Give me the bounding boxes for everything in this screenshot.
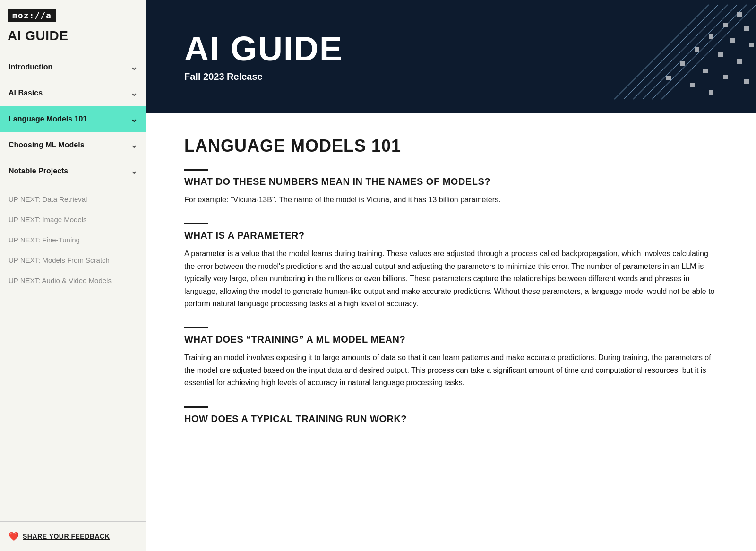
up-next-item-data-retrieval[interactable]: UP NEXT: Data Retrieval <box>0 189 146 209</box>
up-next-item-fine-tuning[interactable]: UP NEXT: Fine-Tuning <box>0 230 146 250</box>
chevron-down-icon: ⌄ <box>130 62 137 72</box>
sidebar-item-introduction[interactable]: Introduction⌄ <box>0 54 146 80</box>
nav-item-label: Choosing ML Models <box>9 141 85 149</box>
subsection-typical-training-run: HOW DOES A TYPICAL TRAINING RUN WORK? <box>184 406 718 424</box>
nav-item-label: Language Models 101 <box>9 115 87 123</box>
subsection-divider <box>184 169 208 171</box>
subsection-heading: WHAT DOES “TRAINING” A ML MODEL MEAN? <box>184 334 718 345</box>
subsection-body: For example: "Vicuna-13B". The name of t… <box>184 194 718 206</box>
sidebar-header: moz://a AI GUIDE <box>0 0 146 54</box>
sidebar-item-notable-projects[interactable]: Notable Projects⌄ <box>0 158 146 184</box>
svg-rect-7 <box>723 23 728 27</box>
sidebar-nav: Introduction⌄AI Basics⌄Language Models 1… <box>0 54 146 184</box>
svg-rect-18 <box>744 79 749 84</box>
chevron-down-icon: ⌄ <box>130 88 137 98</box>
subsection-divider <box>184 406 208 408</box>
feedback-section: ❤️ SHARE YOUR FEEDBACK <box>0 521 146 551</box>
svg-rect-19 <box>690 83 695 87</box>
sidebar-title: AI GUIDE <box>8 27 138 49</box>
subsection-numbers-in-names: WHAT DO THESE NUMBERS MEAN IN THE NAMES … <box>184 169 718 206</box>
main-content: AI GUIDE Fall 2023 Release <box>146 0 756 551</box>
hero-title: AI GUIDE <box>184 32 728 66</box>
chevron-down-icon: ⌄ <box>130 140 137 150</box>
nav-item-label: Introduction <box>9 63 52 71</box>
chevron-down-icon: ⌄ <box>130 166 137 176</box>
subsection-heading: HOW DOES A TYPICAL TRAINING RUN WORK? <box>184 413 718 424</box>
nav-item-label: Notable Projects <box>9 167 68 175</box>
sidebar-item-choosing-ml-models[interactable]: Choosing ML Models⌄ <box>0 132 146 158</box>
chevron-down-icon: ⌄ <box>130 114 137 124</box>
section-title: LANGUAGE MODELS 101 <box>184 136 718 156</box>
subsections-container: WHAT DO THESE NUMBERS MEAN IN THE NAMES … <box>184 169 718 424</box>
up-next-item-image-models[interactable]: UP NEXT: Image Models <box>0 209 146 230</box>
feedback-link[interactable]: SHARE YOUR FEEDBACK <box>23 533 110 540</box>
subsection-divider <box>184 223 208 224</box>
svg-rect-10 <box>730 38 735 43</box>
up-next-list: UP NEXT: Data RetrievalUP NEXT: Image Mo… <box>0 184 146 291</box>
up-next-item-audio-video-models[interactable]: UP NEXT: Audio & Video Models <box>0 270 146 291</box>
content-area: LANGUAGE MODELS 101 WHAT DO THESE NUMBER… <box>146 113 756 551</box>
subsection-what-is-training: WHAT DOES “TRAINING” A ML MODEL MEAN? Tr… <box>184 327 718 389</box>
sidebar-item-language-models-101[interactable]: Language Models 101⌄ <box>0 106 146 132</box>
subsection-heading: WHAT DO THESE NUMBERS MEAN IN THE NAMES … <box>184 176 718 187</box>
heart-icon: ❤️ <box>9 531 19 542</box>
hero-banner: AI GUIDE Fall 2023 Release <box>146 0 756 113</box>
subsection-body: A parameter is a value that the model le… <box>184 248 718 310</box>
up-next-item-models-from-scratch[interactable]: UP NEXT: Models From Scratch <box>0 250 146 270</box>
sidebar-item-ai-basics[interactable]: AI Basics⌄ <box>0 80 146 106</box>
subsection-body: Training an model involves exposing it t… <box>184 352 718 389</box>
svg-rect-8 <box>744 26 749 31</box>
sidebar: moz://a AI GUIDE Introduction⌄AI Basics⌄… <box>0 0 146 551</box>
subsection-heading: WHAT IS A PARAMETER? <box>184 230 718 241</box>
subsection-what-is-parameter: WHAT IS A PARAMETER? A parameter is a va… <box>184 223 718 310</box>
subsection-divider <box>184 327 208 328</box>
svg-rect-20 <box>709 90 713 95</box>
svg-rect-11 <box>749 43 754 47</box>
svg-rect-14 <box>737 59 742 64</box>
svg-rect-6 <box>737 12 742 17</box>
nav-item-label: AI Basics <box>9 89 43 97</box>
hero-subtitle: Fall 2023 Release <box>184 71 728 82</box>
mozilla-logo: moz://a <box>8 9 56 22</box>
